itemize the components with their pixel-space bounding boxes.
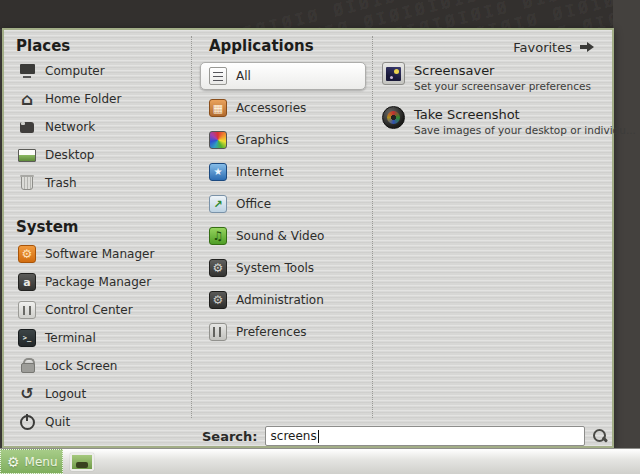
menu-button-label: Menu	[25, 455, 58, 469]
search-magnifier-icon	[592, 428, 608, 444]
application-category-label: Accessories	[236, 101, 306, 115]
places-item-icon	[18, 118, 36, 136]
system-item-label: Package Manager	[45, 275, 151, 289]
column-divider	[372, 36, 373, 418]
application-category-item[interactable]: Sound & Video	[200, 222, 366, 250]
application-category-item[interactable]: Preferences	[200, 318, 366, 346]
arrow-right-icon	[580, 42, 594, 52]
system-item-label: Terminal	[45, 331, 96, 345]
places-item-label: Network	[45, 120, 95, 134]
application-categories-list: All Accessories Graphics Internet Office…	[200, 62, 366, 350]
desktop-wallpaper-top: ØIØIØIØIØ ØIØIØIØIØ ØIØIØIØIØ ØIØIØIØIØ …	[0, 0, 640, 29]
places-item-icon	[18, 90, 36, 108]
application-category-icon	[209, 323, 227, 341]
search-result-icon	[382, 106, 405, 129]
mint-menu-window: Places Computer Home Folder Network Desk…	[2, 28, 614, 448]
system-item[interactable]: Control Center	[16, 296, 154, 324]
application-category-label: Graphics	[236, 133, 289, 147]
column-divider	[191, 36, 192, 418]
system-item-icon	[18, 385, 36, 403]
search-bar: Search: screens	[202, 425, 608, 447]
system-item[interactable]: Software Manager	[16, 240, 154, 268]
places-item-label: Trash	[45, 176, 77, 190]
system-item[interactable]: Terminal	[16, 324, 154, 352]
places-item[interactable]: Trash	[16, 169, 121, 197]
menu-button[interactable]: ⚙ Menu	[0, 449, 63, 474]
system-item[interactable]: Logout	[16, 380, 154, 408]
search-result-title: Screensaver	[414, 63, 591, 78]
system-item-icon	[18, 329, 36, 347]
places-item[interactable]: Computer	[16, 57, 121, 85]
system-item-label: Logout	[45, 387, 86, 401]
application-category-icon	[209, 131, 227, 149]
favorites-button[interactable]: Favorites	[513, 38, 594, 56]
places-item[interactable]: Home Folder	[16, 85, 121, 113]
places-item-label: Home Folder	[45, 92, 121, 106]
binary-pattern: ØIØIØIØIØ ØIØIØIØIØ ØIØIØIØIØ ØIØIØIØIØ …	[0, 0, 640, 29]
desktop: ØIØIØIØIØ ØIØIØIØIØ ØIØIØIØIØ ØIØIØIØIØ …	[0, 0, 640, 474]
system-item-label: Software Manager	[45, 247, 154, 261]
application-category-icon	[209, 99, 227, 117]
system-item[interactable]: Quit	[16, 408, 154, 436]
application-category-icon	[209, 67, 227, 85]
application-category-label: Office	[236, 197, 271, 211]
search-label: Search:	[202, 429, 258, 444]
application-category-item[interactable]: Accessories	[200, 94, 366, 122]
search-input-value: screens	[271, 429, 317, 443]
application-category-label: Sound & Video	[236, 229, 324, 243]
system-item-icon	[18, 245, 36, 263]
search-result-subtitle: Set your screensaver preferences	[414, 80, 591, 92]
application-category-icon	[209, 195, 227, 213]
application-category-item[interactable]: System Tools	[200, 254, 366, 282]
application-category-item[interactable]: All	[200, 62, 366, 90]
places-item[interactable]: Desktop	[16, 141, 121, 169]
show-desktop-icon	[70, 453, 94, 471]
places-list: Computer Home Folder Network Desktop Tra…	[16, 57, 121, 197]
desktop-wallpaper-right: ØIØIØIØIØ ØIØIØIØIØ ØIØIØIØIØ ØIØIØIØIØ …	[613, 0, 640, 449]
application-category-label: System Tools	[236, 261, 314, 275]
search-input[interactable]: screens	[265, 426, 585, 446]
application-category-item[interactable]: Administration	[200, 286, 366, 314]
application-category-label: All	[236, 69, 251, 83]
places-heading: Places	[16, 37, 70, 55]
places-item-label: Computer	[45, 64, 105, 78]
system-item-icon	[18, 357, 36, 375]
application-category-icon	[209, 163, 227, 181]
panel-taskbar: ⚙ Menu	[0, 448, 640, 474]
places-item-icon	[18, 146, 36, 164]
gear-icon: ⚙	[7, 455, 20, 469]
application-category-label: Preferences	[236, 325, 307, 339]
system-item-label: Control Center	[45, 303, 133, 317]
search-results-list: Screensaver Set your screensaver prefere…	[382, 62, 608, 136]
search-result-item[interactable]: Take Screenshot Save images of your desk…	[382, 106, 608, 136]
system-item[interactable]: Package Manager	[16, 268, 154, 296]
application-category-icon	[209, 291, 227, 309]
application-category-item[interactable]: Graphics	[200, 126, 366, 154]
search-result-icon	[382, 62, 405, 85]
places-item-label: Desktop	[45, 148, 95, 162]
places-item-icon	[18, 62, 36, 80]
application-category-label: Internet	[236, 165, 284, 179]
application-category-label: Administration	[236, 293, 324, 307]
application-category-item[interactable]: Office	[200, 190, 366, 218]
system-item-label: Lock Screen	[45, 359, 117, 373]
places-item-icon	[18, 174, 36, 192]
system-list: Software Manager Package Manager Control…	[16, 240, 154, 436]
places-item[interactable]: Network	[16, 113, 121, 141]
application-category-icon	[209, 259, 227, 277]
search-result-title: Take Screenshot	[414, 107, 636, 122]
system-item[interactable]: Lock Screen	[16, 352, 154, 380]
search-result-item[interactable]: Screensaver Set your screensaver prefere…	[382, 62, 608, 92]
system-item-icon	[18, 301, 36, 319]
system-item-icon	[18, 413, 36, 431]
binary-pattern: ØIØIØIØIØ ØIØIØIØIØ ØIØIØIØIØ ØIØIØIØIØ …	[613, 89, 640, 449]
application-category-item[interactable]: Internet	[200, 158, 366, 186]
applications-heading: Applications	[209, 37, 314, 55]
show-desktop-button[interactable]	[66, 450, 98, 474]
favorites-label: Favorites	[513, 40, 572, 55]
system-heading: System	[16, 218, 78, 236]
text-caret	[318, 430, 319, 443]
application-category-icon	[209, 227, 227, 245]
system-item-icon	[18, 273, 36, 291]
system-item-label: Quit	[45, 415, 70, 429]
